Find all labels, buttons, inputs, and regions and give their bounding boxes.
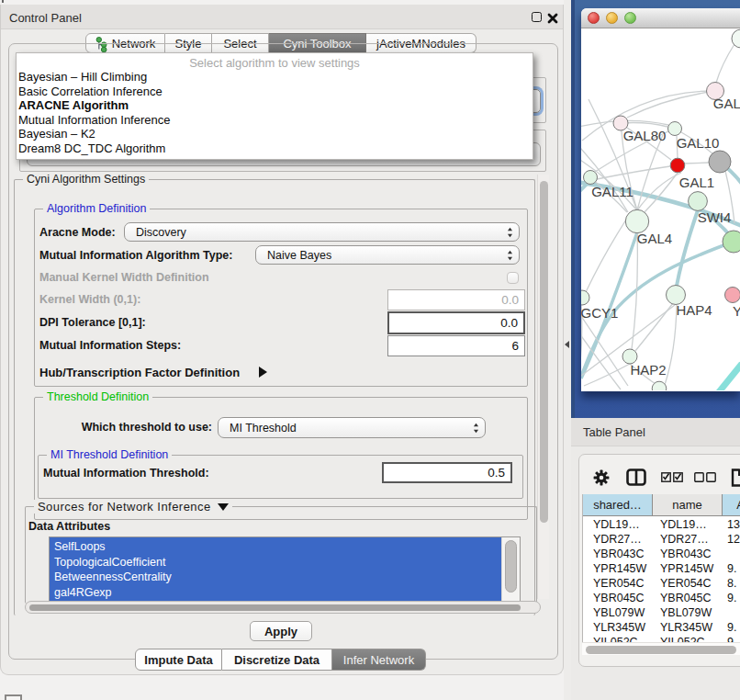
network-node[interactable] [709, 151, 731, 173]
attribute-item[interactable]: TopologicalCoefficient [54, 556, 165, 569]
attribute-item[interactable]: gal4RGexp [54, 586, 112, 599]
list-scrollbar-track[interactable] [501, 537, 520, 602]
network-edge[interactable] [584, 364, 630, 386]
split-divider[interactable] [564, 0, 571, 700]
network-edge[interactable] [586, 211, 632, 292]
manual-kernel-label: Manual Kernel Width Definition [39, 271, 209, 284]
network-node-gal11[interactable] [584, 171, 598, 185]
which-threshold-value: MI Threshold [230, 422, 297, 435]
network-node-gal4[interactable] [625, 209, 648, 232]
control-panel-titlebar[interactable]: Control Panel [1, 5, 563, 29]
aracne-mode-combobox[interactable]: Discovery [124, 222, 520, 242]
close-traffic-light[interactable] [588, 12, 600, 24]
table-panel-titlebar[interactable]: Table Panel [571, 418, 740, 446]
algorithm-option[interactable]: Bayesian – K2 [18, 127, 95, 141]
apply-button[interactable]: Apply [250, 621, 312, 641]
column-header[interactable]: A [723, 494, 740, 516]
hub-expand-arrow-icon[interactable] [259, 367, 267, 378]
table-row[interactable]: YBR045CYBR045C9. [583, 591, 740, 605]
unchecked-columns-icon[interactable] [694, 472, 716, 482]
dpi-tolerance-label: DPI Tolerance [0,1]: [39, 316, 146, 329]
table-cell: 8. [727, 576, 740, 591]
mi-threshold-value: 0.5 [488, 466, 505, 480]
algorithm-option[interactable]: Mutual Information Inference [18, 113, 170, 127]
network-edge[interactable] [645, 173, 678, 212]
network-edge[interactable] [716, 44, 734, 83]
network-node[interactable] [732, 29, 740, 48]
network-node-gal1[interactable] [670, 158, 685, 173]
node-label: GAL2 [713, 96, 740, 111]
table-row[interactable]: YLR345WYLR345W9. [583, 620, 740, 635]
data-attributes-list[interactable]: SelfLoopsTopologicalCoefficientBetweenne… [49, 536, 521, 603]
table-row[interactable]: YDR27…YDR27…12 [583, 532, 740, 547]
network-edge[interactable] [597, 166, 670, 179]
network-edge[interactable] [637, 173, 681, 210]
network-node-gal10[interactable] [668, 122, 682, 136]
mi-steps-field[interactable]: 6 [387, 335, 525, 356]
float-window-icon[interactable] [532, 12, 542, 22]
table-cell: YBL079W [593, 605, 653, 620]
table-hscrollbar-thumb[interactable] [586, 646, 736, 654]
attribute-item[interactable]: SelfLoops [54, 540, 106, 553]
close-icon[interactable] [547, 13, 558, 24]
column-header[interactable]: name [653, 494, 723, 516]
corner-grip[interactable] [5, 694, 22, 700]
algorithm-option[interactable]: Basic Correlation Inference [18, 85, 163, 98]
bottom-tab-impute-data[interactable]: Impute Data [135, 649, 222, 671]
dpi-tolerance-field[interactable]: 0.0 [387, 311, 525, 334]
attribute-item[interactable]: BetweennessCentrality [54, 570, 172, 583]
table-cell: YBR045C [593, 591, 653, 605]
table-row[interactable]: YBR043CYBR043C [583, 547, 740, 561]
gear-icon[interactable] [593, 469, 610, 486]
table-hscrollbar-track[interactable] [582, 642, 740, 655]
network-edge-thick[interactable] [677, 210, 698, 286]
network-node-gcy1[interactable] [581, 290, 589, 305]
hub-definition-label[interactable]: Hub/Transcription Factor Definition [39, 366, 240, 379]
network-edge[interactable] [665, 305, 677, 385]
network-window[interactable]: GAL2GAL80GAL10GAL1GAL11SWI4GAL4GCY1HAP4Y… [581, 8, 740, 391]
table-cell [727, 547, 740, 561]
divider-collapse-icon[interactable] [565, 341, 569, 348]
table-row[interactable]: YER054CYER054C8. [583, 576, 740, 591]
network-node-swi4[interactable] [689, 192, 708, 211]
table-row[interactable]: YDL19…YDL19…13 [583, 517, 740, 532]
network-edge-thick[interactable] [718, 364, 740, 390]
mi-threshold-field[interactable]: 0.5 [382, 462, 512, 483]
minimize-traffic-light[interactable] [606, 12, 618, 24]
document-icon[interactable] [731, 469, 740, 487]
algorithm-option[interactable]: Dream8 DC_TDC Algorithm [18, 141, 165, 155]
node-label: GAL1 [679, 175, 714, 190]
network-window-titlebar[interactable] [581, 8, 740, 28]
column-header[interactable]: shared… [583, 494, 653, 516]
settings-hscrollbar-thumb[interactable] [29, 604, 521, 611]
checked-columns-icon[interactable] [661, 472, 683, 482]
settings-hscrollbar-track[interactable] [25, 601, 541, 614]
desktop-edge [571, 0, 575, 418]
mi-type-combobox[interactable]: Naive Bayes [255, 245, 520, 265]
settings-vscrollbar-thumb[interactable] [540, 181, 548, 523]
zoom-traffic-light[interactable] [624, 12, 636, 24]
table-row[interactable]: YBL079WYBL079W [583, 605, 740, 620]
algorithm-option[interactable]: ARACNE Algorithm [18, 98, 129, 112]
node-table[interactable]: shared…nameA YDL19…YDL19…13YDR27…YDR27…1… [582, 494, 740, 655]
bottom-tab-discretize-data[interactable]: Discretize Data [222, 649, 332, 671]
manual-kernel-checkbox[interactable] [507, 272, 519, 284]
cyni-algorithm-settings-title: Cyni Algorithm Settings [23, 173, 149, 186]
kernel-width-label: Kernel Width (0,1): [39, 293, 140, 306]
kernel-width-field[interactable]: 0.0 [387, 289, 525, 310]
bottom-tab-infer-network[interactable]: Infer Network [332, 649, 426, 671]
network-node-y[interactable] [725, 288, 740, 303]
table-cell: YBR043C [593, 547, 653, 561]
table-row[interactable]: YPR145WYPR145W9. [583, 561, 740, 576]
table-cell: 9. [727, 591, 740, 605]
network-edge[interactable] [684, 163, 709, 164]
table-cell: 12 [727, 532, 740, 547]
split-panel-icon[interactable] [626, 469, 646, 486]
network-canvas[interactable]: GAL2GAL80GAL10GAL1GAL11SWI4GAL4GCY1HAP4Y… [581, 28, 740, 390]
list-scrollbar-thumb[interactable] [505, 540, 517, 593]
algorithm-option[interactable]: Bayesian – Hill Climbing [18, 70, 147, 84]
which-threshold-combobox[interactable]: MI Threshold [218, 417, 486, 438]
network-node[interactable] [723, 231, 740, 253]
settings-vscrollbar-track[interactable] [537, 175, 549, 599]
sources-title[interactable]: Sources for Network Inference [34, 500, 232, 514]
